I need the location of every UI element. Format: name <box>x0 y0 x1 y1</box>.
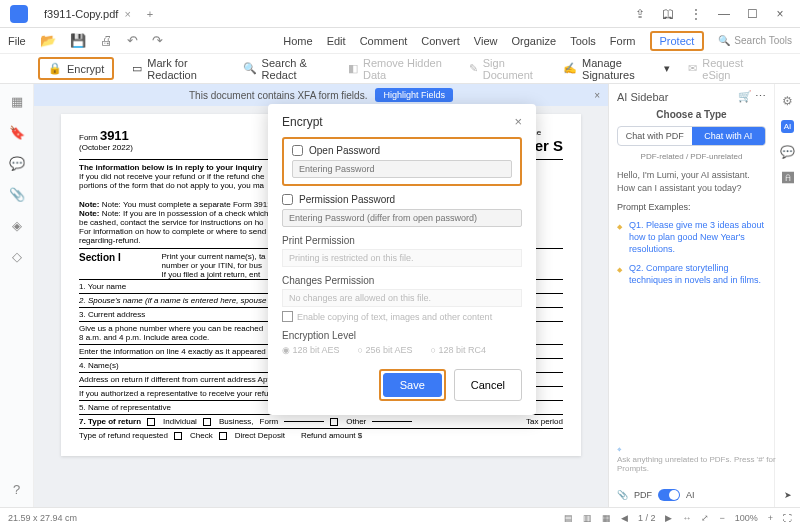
location-icon[interactable]: ⌖ <box>617 445 622 454</box>
attach-icon[interactable]: 📎 <box>617 490 628 500</box>
encryption-options: ◉ 128 bit AES ○ 256 bit AES ○ 128 bit RC… <box>282 345 522 355</box>
next-page-icon[interactable]: ▶ <box>665 513 672 523</box>
open-password-input[interactable] <box>292 160 512 178</box>
encryption-level-label: Encryption Level <box>282 330 522 341</box>
thumbnails-icon[interactable]: ▦ <box>11 94 23 109</box>
prompt-example-2[interactable]: Q2. Compare storytelling techniques in n… <box>617 259 766 290</box>
menu-protect[interactable]: Protect <box>650 31 705 51</box>
maximize-icon[interactable]: ☐ <box>742 7 762 21</box>
tab-title: f3911-Copy.pdf <box>44 8 118 20</box>
permission-password-checkbox[interactable] <box>282 194 293 205</box>
menu-form[interactable]: Form <box>610 35 636 47</box>
titlebar: f3911-Copy.pdf × + ⇪ 🕮 ⋮ — ☐ × <box>0 0 800 28</box>
encrypt-button[interactable]: 🔒 Encrypt <box>38 57 114 80</box>
print-permission-label: Print Permission <box>282 235 522 246</box>
comments-icon[interactable]: 💬 <box>9 156 25 171</box>
file-menu[interactable]: File <box>8 35 26 47</box>
print-icon[interactable]: 🖨 <box>100 33 113 48</box>
ai-sidebar-title: AI Sidebar <box>617 91 668 103</box>
zoom-out-icon[interactable]: − <box>719 513 724 523</box>
redaction-icon: ▭ <box>132 62 142 75</box>
send-icon[interactable]: ➤ <box>784 490 792 500</box>
menu-convert[interactable]: Convert <box>421 35 460 47</box>
changes-permission-value: No changes are allowed on this file. <box>282 289 522 307</box>
attachments-icon[interactable]: 📎 <box>9 187 25 202</box>
redo-icon[interactable]: ↷ <box>152 33 163 48</box>
search-redact-button[interactable]: 🔍 Search & Redact <box>243 57 330 81</box>
ai-greeting: Hello, I'm Lumi, your AI assistant. How … <box>617 169 766 194</box>
zoom-in-icon[interactable]: + <box>768 513 773 523</box>
ai-badge-icon[interactable]: AI <box>781 120 795 133</box>
cart-icon[interactable]: 🛒 <box>738 90 752 102</box>
open-icon[interactable]: 📂 <box>40 33 56 48</box>
menubar: File 📂 💾 🖨 ↶ ↷ Home Edit Comment Convert… <box>0 28 800 54</box>
fit-page-icon[interactable]: ⤢ <box>701 513 709 523</box>
two-page-icon[interactable]: ▥ <box>583 513 592 523</box>
stamp-icon[interactable]: ◇ <box>12 249 22 264</box>
dialog-close-icon[interactable]: × <box>514 114 522 129</box>
continuous-icon[interactable]: ▦ <box>602 513 611 523</box>
close-banner-icon[interactable]: × <box>594 90 600 101</box>
ai-type-tabs: Chat with PDF Chat with AI <box>617 126 766 146</box>
close-tab-icon[interactable]: × <box>124 8 130 20</box>
esign-icon: ✉ <box>688 62 697 75</box>
ai-more-icon[interactable]: ⋯ <box>755 90 766 102</box>
menu-edit[interactable]: Edit <box>327 35 346 47</box>
layers-icon[interactable]: ◈ <box>12 218 22 233</box>
prompt-example-1[interactable]: Q1. Please give me 3 ideas about how to … <box>617 216 766 259</box>
open-password-checkbox[interactable] <box>292 145 303 156</box>
changes-permission-label: Changes Permission <box>282 275 522 286</box>
mark-redaction-button[interactable]: ▭ Mark for Redaction <box>132 57 224 81</box>
notify-icon[interactable]: 🕮 <box>658 7 678 21</box>
fullscreen-icon[interactable]: ⛶ <box>783 513 792 523</box>
save-icon[interactable]: 💾 <box>70 33 86 48</box>
open-password-section: Open Password <box>282 137 522 186</box>
chat-icon[interactable]: 💬 <box>780 145 795 159</box>
signature-icon: ✍ <box>563 62 577 75</box>
cancel-button[interactable]: Cancel <box>454 369 522 401</box>
menu-tools[interactable]: Tools <box>570 35 596 47</box>
examples-title: Prompt Examples: <box>617 202 766 212</box>
save-button[interactable]: Save <box>383 373 442 397</box>
help-icon[interactable]: ? <box>13 482 20 497</box>
hidden-data-icon: ◧ <box>348 62 358 75</box>
add-tab-button[interactable]: + <box>147 8 153 20</box>
dialog-title: Encrypt <box>282 115 323 129</box>
search-redact-icon: 🔍 <box>243 62 257 75</box>
close-window-icon[interactable]: × <box>770 7 790 21</box>
page-indicator[interactable]: 1 / 2 <box>638 513 656 523</box>
sign-icon: ✎ <box>469 62 478 75</box>
menu-view[interactable]: View <box>474 35 498 47</box>
ai-input-area[interactable]: ⌖ Ask anything unrelated to PDFs. Press … <box>617 445 792 473</box>
zoom-level[interactable]: 100% <box>735 513 758 523</box>
translate-icon[interactable]: 🅰 <box>782 171 794 185</box>
document-tab[interactable]: f3911-Copy.pdf × <box>34 4 141 24</box>
chat-ai-tab[interactable]: Chat with AI <box>692 127 766 145</box>
ai-subtitle: PDF-related / PDF-unrelated <box>617 152 766 161</box>
sliders-icon[interactable]: ⚙ <box>782 94 793 108</box>
manage-signatures-button[interactable]: ✍ Manage Signatures ▾ <box>563 57 670 81</box>
menu-comment[interactable]: Comment <box>360 35 408 47</box>
choose-type-label: Choose a Type <box>617 109 766 120</box>
view-mode-icon[interactable]: ▤ <box>564 513 573 523</box>
menu-home[interactable]: Home <box>283 35 312 47</box>
xfa-banner: This document contains XFA form fields. … <box>34 84 608 106</box>
share-icon[interactable]: ⇪ <box>630 7 650 21</box>
print-permission-value: Printing is restricted on this file. <box>282 249 522 267</box>
menu-organize[interactable]: Organize <box>512 35 557 47</box>
more-icon[interactable]: ⋮ <box>686 7 706 21</box>
request-esign-button: ✉ Request eSign <box>688 57 762 81</box>
chat-pdf-tab[interactable]: Chat with PDF <box>618 127 692 145</box>
search-tools[interactable]: 🔍 Search Tools <box>718 35 792 46</box>
ai-label: AI <box>686 490 695 500</box>
bookmarks-icon[interactable]: 🔖 <box>9 125 25 140</box>
pdf-ai-toggle[interactable] <box>658 489 680 501</box>
fit-width-icon[interactable]: ↔ <box>682 513 691 523</box>
minimize-icon[interactable]: — <box>714 7 734 21</box>
encrypt-dialog: Encrypt × Open Password Permission Passw… <box>268 104 536 415</box>
remove-hidden-button: ◧ Remove Hidden Data <box>348 57 451 81</box>
highlight-fields-button[interactable]: Highlight Fields <box>375 88 453 102</box>
permission-password-input[interactable] <box>282 209 522 227</box>
undo-icon[interactable]: ↶ <box>127 33 138 48</box>
prev-page-icon[interactable]: ◀ <box>621 513 628 523</box>
